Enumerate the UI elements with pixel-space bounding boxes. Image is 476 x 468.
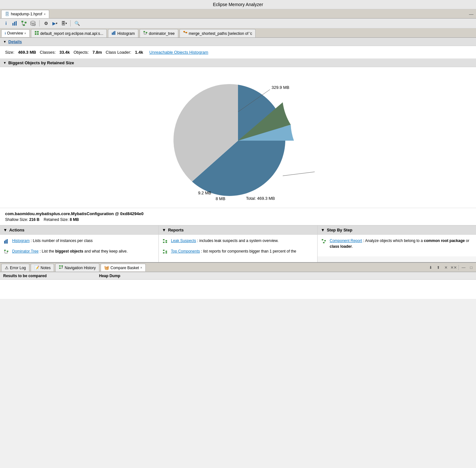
top-components-icon bbox=[162, 249, 168, 255]
svg-rect-39 bbox=[163, 239, 165, 240]
reports-body: Leak Suspects : includes leak suspects a… bbox=[159, 235, 317, 262]
dominator-action-icon bbox=[3, 249, 10, 255]
bottom-tab-actions: ⬇ ⬆ ✕ ✕✕ — □ bbox=[426, 264, 476, 271]
classloader-label: Class Loader: bbox=[106, 50, 131, 55]
shallow-value: 216 B bbox=[29, 217, 39, 222]
action-separator bbox=[458, 265, 459, 270]
details-collapse-icon[interactable]: ▼ bbox=[3, 40, 6, 43]
move-down-button[interactable]: ⬇ bbox=[427, 264, 434, 271]
remove-button[interactable]: ✕ bbox=[442, 264, 449, 271]
tab-report-icon bbox=[35, 31, 39, 36]
leak-item-text: Leak Suspects : includes leak suspects a… bbox=[171, 238, 279, 244]
info-toolbar-icon[interactable]: i bbox=[3, 20, 10, 27]
main-tab[interactable]: 🗄 heapdump-1.hprof × bbox=[1, 10, 49, 18]
settings-toolbar-icon[interactable]: ⚙ bbox=[42, 20, 50, 27]
main-tab-bar: 🗄 heapdump-1.hprof × — bbox=[0, 9, 476, 19]
tab-paths[interactable]: merge_shortest_paths [selection of 'c bbox=[180, 29, 256, 37]
objects-value: 7.8m bbox=[93, 50, 102, 55]
shallow-label: Shallow Size: bbox=[5, 217, 28, 222]
compare-col2-header: Heap Dump bbox=[99, 274, 473, 278]
compare-basket-close[interactable]: × bbox=[140, 266, 142, 269]
minimize-panel-button[interactable]: — bbox=[460, 264, 467, 271]
toolbar-sep-1 bbox=[39, 20, 40, 27]
svg-rect-1 bbox=[14, 22, 15, 26]
tree-toolbar-icon[interactable] bbox=[20, 20, 27, 27]
tab-default-report[interactable]: default_report org.eclipse.mat.api:s... bbox=[31, 29, 107, 37]
svg-rect-15 bbox=[37, 31, 39, 33]
component-report-icon bbox=[321, 238, 327, 245]
top-components-link[interactable]: Top Components bbox=[171, 249, 200, 254]
actions-collapse-icon[interactable]: ▼ bbox=[3, 228, 7, 232]
classes-label: Classes: bbox=[40, 50, 56, 55]
histogram-icon bbox=[3, 238, 10, 245]
dominator-desc: : List the biggest objects and what they… bbox=[40, 249, 127, 254]
db-dropdown-toolbar-icon[interactable]: 🗄▾ bbox=[60, 20, 67, 27]
step-collapse-icon[interactable]: ▼ bbox=[321, 228, 325, 232]
main-tab-label: heapdump-1.hprof bbox=[11, 12, 42, 16]
tab-dominator[interactable]: dominator_tree bbox=[140, 29, 178, 37]
tab-default-report-label: default_report org.eclipse.mat.api:s... bbox=[40, 31, 103, 36]
actions-body: Histogram : Lists number of instances pe… bbox=[0, 235, 158, 262]
minimize-button[interactable]: — bbox=[466, 11, 476, 17]
step-by-step-panel: ▼ Step By Step Component Report : Analyz… bbox=[318, 226, 476, 262]
svg-rect-4 bbox=[25, 22, 27, 23]
sql-toolbar-icon[interactable]: SQL bbox=[29, 20, 36, 27]
history-icon bbox=[59, 265, 63, 270]
object-info: com.baomidou.mybatisplus.core.MybatisCon… bbox=[0, 208, 476, 225]
remove-all-button[interactable]: ✕✕ bbox=[450, 264, 457, 271]
size-label: Size: bbox=[5, 50, 14, 55]
dominator-link[interactable]: Dominator Tree bbox=[12, 249, 39, 254]
svg-point-9 bbox=[31, 21, 35, 23]
notes-icon: 📝 bbox=[34, 265, 39, 270]
nav-history-label: Navigation History bbox=[65, 266, 96, 270]
pie-collapse-icon[interactable]: ▼ bbox=[3, 61, 6, 65]
play-dropdown-toolbar-icon[interactable]: ▶▾ bbox=[51, 20, 58, 27]
tab-compare-basket[interactable]: 🧺 Compare Basket × bbox=[101, 264, 146, 271]
reports-collapse-icon[interactable]: ▼ bbox=[162, 228, 166, 232]
tab-nav-history[interactable]: Navigation History bbox=[55, 263, 99, 272]
error-log-label: Error Log bbox=[10, 266, 26, 270]
svg-rect-34 bbox=[4, 250, 6, 251]
tab-dominator-label: dominator_tree bbox=[149, 31, 175, 36]
tab-notes[interactable]: 📝 Notes bbox=[31, 264, 54, 271]
retained-label: Retained Size: bbox=[44, 217, 69, 222]
unreachable-objects-link[interactable]: Unreachable Objects Histogram bbox=[150, 50, 208, 55]
tab-histogram[interactable]: Histogram bbox=[108, 29, 138, 37]
svg-rect-19 bbox=[113, 32, 114, 35]
main-tab-close[interactable]: × bbox=[44, 12, 46, 16]
svg-rect-3 bbox=[21, 21, 23, 22]
search-toolbar-icon[interactable]: 🔍 bbox=[73, 20, 81, 27]
svg-rect-48 bbox=[324, 240, 326, 241]
svg-rect-26 bbox=[183, 31, 185, 32]
notes-label: Notes bbox=[41, 266, 50, 270]
maximize-panel-button[interactable]: □ bbox=[468, 264, 475, 271]
svg-rect-16 bbox=[35, 33, 36, 35]
leak-suspects-link[interactable]: Leak Suspects bbox=[171, 238, 196, 243]
svg-rect-52 bbox=[59, 268, 61, 269]
leak-desc: : includes leak suspects and a system ov… bbox=[197, 238, 279, 243]
component-report-link[interactable]: Component Report bbox=[330, 238, 362, 243]
svg-rect-49 bbox=[323, 242, 325, 243]
histogram-link[interactable]: Histogram bbox=[12, 238, 30, 243]
details-header-label: Details bbox=[8, 39, 22, 44]
svg-rect-20 bbox=[114, 31, 115, 35]
svg-rect-2 bbox=[16, 21, 17, 26]
dominator-item-text: Dominator Tree : List the biggest object… bbox=[12, 248, 128, 254]
app-title: Eclipse Memory Analyzer bbox=[213, 2, 263, 7]
compare-icon: 🧺 bbox=[104, 265, 109, 270]
compare-col1-header: Results to be compared bbox=[3, 274, 99, 278]
svg-rect-40 bbox=[165, 240, 167, 241]
bar-chart-toolbar-icon[interactable] bbox=[12, 20, 19, 27]
svg-rect-44 bbox=[165, 251, 167, 252]
error-log-icon: ⚠ bbox=[5, 265, 9, 270]
tab-overview[interactable]: i Overview × bbox=[1, 29, 30, 37]
tab-error-log[interactable]: ⚠ Error Log bbox=[1, 264, 29, 271]
tab-overview-close[interactable]: × bbox=[24, 32, 26, 35]
pie-header-label: Biggest Objects by Retained Size bbox=[8, 60, 74, 65]
svg-rect-47 bbox=[322, 239, 323, 240]
main-content: ▼ Details Size: 469.3 MB Classes: 33.4k … bbox=[0, 38, 476, 262]
content-tabs: i Overview × default_report org.eclipse.… bbox=[0, 28, 476, 38]
move-up-button[interactable]: ⬆ bbox=[435, 264, 442, 271]
actions-panel: ▼ Actions Histogram : Lists number of in… bbox=[0, 226, 159, 262]
tab-paths-label: merge_shortest_paths [selection of 'c bbox=[189, 31, 252, 36]
